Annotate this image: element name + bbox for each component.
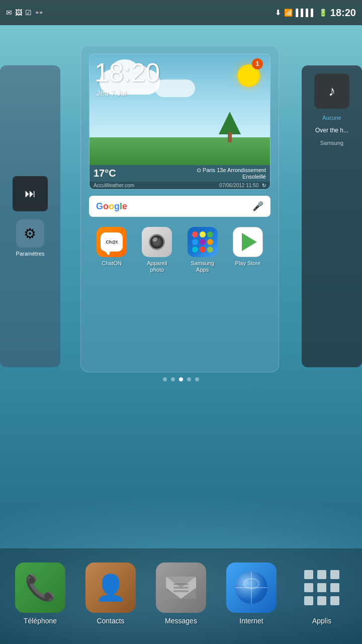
camera-icon (142, 227, 172, 257)
app-item-chaton[interactable]: Ch@t ChatON (94, 227, 129, 273)
weather-clock: 18:20 (95, 59, 160, 86)
microphone-icon[interactable]: 🎤 (252, 201, 263, 212)
grid-dot-5 (317, 583, 326, 592)
sdot1 (192, 231, 198, 237)
sdot3 (207, 231, 213, 237)
sdot5 (200, 239, 206, 245)
page-dot-1[interactable] (163, 377, 167, 381)
dock-item-messages[interactable]: Messages (148, 562, 214, 625)
camera-lens (149, 234, 165, 250)
grid-dot-3 (330, 570, 339, 579)
trash-line-2 (173, 587, 189, 589)
grid-dot-1 (304, 570, 313, 579)
grid-dot-6 (330, 583, 339, 592)
playstore-icon (233, 227, 263, 257)
trash-line-3 (173, 590, 189, 592)
page-dot-3-active[interactable] (179, 377, 183, 381)
weather-updated: 07/06/2012 11:50 ↻ (219, 183, 266, 188)
grid-dot-2 (317, 570, 326, 579)
location-icon: ⊙ (197, 167, 203, 173)
main-area: ⏭ ⚙ Paramètres (0, 25, 362, 644)
trash-line-1 (173, 583, 189, 585)
camera-label: Appareilphoto (147, 260, 167, 273)
grid-dot-4 (304, 583, 313, 592)
applis-icon (297, 562, 347, 613)
chaton-bubble: Ch@t (101, 232, 123, 252)
panel-right[interactable]: ♪ Aucune Over the h... Samsung (302, 65, 362, 367)
weather-background: 18:20 Jeu 7 Jui 1 (89, 54, 270, 165)
phone-icon: 📞 (15, 562, 65, 613)
wifi-icon: 📶 (284, 9, 293, 17)
weather-date: Jeu 7 Jui (97, 89, 127, 97)
app-grid: Ch@t ChatON Appareilphoto (81, 223, 279, 281)
samsung-dots (188, 227, 217, 257)
settings-app-item[interactable]: ⚙ Paramètres (16, 219, 45, 257)
status-icons-left: ✉ 🖼 ☑ 👓 (6, 9, 43, 17)
globe-icon (235, 572, 267, 604)
image-icon: 🖼 (15, 9, 22, 17)
page-dot-2[interactable] (171, 377, 175, 381)
dock-item-telephone[interactable]: 📞 Téléphone (8, 562, 73, 625)
tree-top (219, 112, 241, 134)
notification-badge[interactable]: 1 (252, 58, 263, 69)
battery-icon: 🔋 (319, 9, 327, 17)
contacts-label: Contacts (97, 617, 124, 625)
checklist-icon: ☑ (25, 9, 32, 17)
grid-dot-7 (304, 596, 313, 605)
sdot7 (192, 247, 198, 253)
app-item-play-store[interactable]: Play Store (230, 227, 265, 273)
weather-grass (89, 137, 270, 165)
panel-left-inner: ⏭ ⚙ Paramètres (13, 176, 48, 257)
app-grid-icon (299, 565, 344, 610)
bottom-dock: 📞 Téléphone 👤 Contacts (0, 548, 362, 644)
refresh-icon[interactable]: ↻ (262, 183, 266, 188)
music-icon: ♪ (314, 73, 349, 109)
dock-item-contacts[interactable]: 👤 Contacts (78, 562, 143, 625)
panel-center[interactable]: 18:20 Jeu 7 Jui 1 17°C ⊙ Paris 13e Arron… (80, 45, 279, 372)
panel-left[interactable]: ⏭ ⚙ Paramètres (0, 65, 60, 367)
google-logo: Google (96, 201, 127, 212)
settings-label: Paramètres (16, 251, 45, 257)
internet-icon (226, 562, 277, 613)
chaton-icon: Ch@t (97, 227, 127, 257)
panels-container: ⏭ ⚙ Paramètres (0, 25, 362, 458)
dock-item-internet[interactable]: Internet (219, 562, 284, 625)
play-store-label: Play Store (235, 260, 261, 267)
glasses-icon: 👓 (35, 9, 43, 17)
app-item-camera[interactable]: Appareilphoto (139, 227, 174, 273)
samsung-apps-icon (188, 227, 218, 257)
tree-trunk (228, 132, 232, 142)
grid-dot-9 (330, 596, 339, 605)
grid-dot-8 (317, 596, 326, 605)
weather-temperature: 17°C (94, 168, 116, 179)
page-dot-5[interactable] (195, 377, 199, 381)
cloud-2 (155, 79, 195, 97)
weather-tree (220, 112, 240, 142)
app-item-samsung-apps[interactable]: SamsungApps (185, 227, 220, 273)
status-bar: ✉ 🖼 ☑ 👓 ⬇ 📶 ▌▌▌▌ 🔋 18:20 (0, 0, 362, 25)
dock-item-applis[interactable]: Applis (289, 562, 354, 625)
weather-location: ⊙ Paris 13e Arrondissement (197, 167, 266, 174)
phone-glyph: 📞 (25, 573, 56, 602)
samsung-apps-label: SamsungApps (191, 260, 214, 273)
weather-location-text: Paris 13e Arrondissement (203, 167, 266, 173)
messages-label: Messages (165, 617, 197, 625)
weather-info-bar: AccuWeather.com 07/06/2012 11:50 ↻ (89, 182, 270, 189)
page-dot-4[interactable] (187, 377, 191, 381)
weather-bottom-bar: 17°C ⊙ Paris 13e Arrondissement Ensoleil… (89, 165, 270, 182)
sdot2 (200, 231, 206, 237)
gmail-icon: ✉ (6, 9, 12, 17)
weather-location-block: ⊙ Paris 13e Arrondissement Ensoleillé (197, 167, 266, 180)
status-icons-right: ⬇ 📶 ▌▌▌▌ 🔋 18:20 (275, 7, 356, 19)
artist-name: Samsung (320, 140, 343, 146)
sdot9 (207, 247, 213, 253)
internet-label: Internet (239, 617, 263, 625)
settings-icon: ⚙ (16, 219, 44, 248)
download-icon: ⬇ (275, 9, 281, 17)
weather-condition: Ensoleillé (197, 174, 266, 180)
signal-icon: ▌▌▌▌ (296, 9, 316, 17)
media-next-button[interactable]: ⏭ (13, 176, 48, 211)
google-search-bar[interactable]: Google 🎤 (89, 196, 270, 217)
play-triangle-icon (242, 233, 257, 251)
sdot4 (192, 239, 198, 245)
